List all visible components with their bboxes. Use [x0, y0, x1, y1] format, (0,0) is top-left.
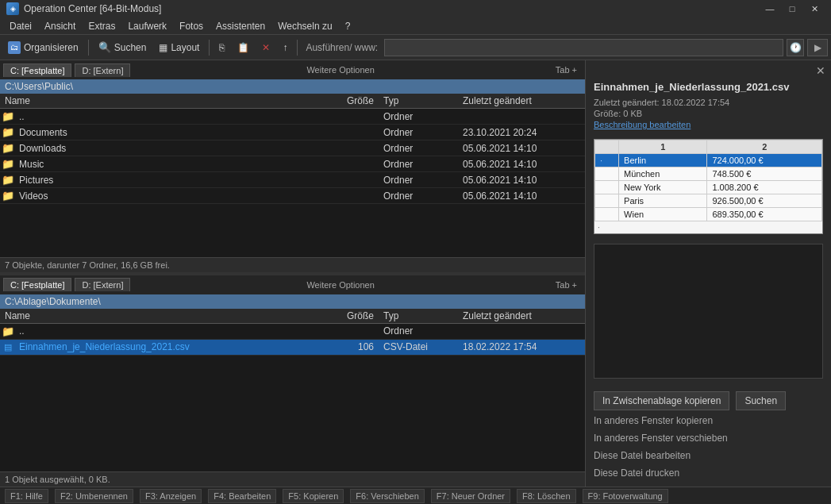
lower-file-row-csv[interactable]: ▤ Einnahmen_je_Niederlassung_2021.csv 10… [0, 340, 585, 356]
lower-col-date[interactable]: Zuletzt geändert [458, 309, 585, 323]
preview-table-row-paris[interactable]: Paris 926.500,00 € [595, 194, 822, 208]
upper-file-row-music[interactable]: 📁 Music Ordner 05.06.2021 14:10 [0, 156, 585, 172]
upper-col-size[interactable]: Größe [331, 94, 379, 108]
preview-table-container: 1 2 · Berlin 724.000,00 € München 748.50… [594, 139, 823, 234]
folder-icon: 📁 [0, 188, 16, 204]
preview-table-row-berlin[interactable]: · Berlin 724.000,00 € [595, 154, 822, 167]
lower-tab-c[interactable]: C: [Festplatte] [3, 278, 71, 291]
paste-button[interactable]: 📋 [233, 37, 254, 58]
organize-label: Organisieren [24, 42, 79, 53]
status-f5[interactable]: F5: Kopieren [283, 489, 344, 503]
main-content: C: [Festplatte] D: [Extern] Weitere Opti… [0, 60, 831, 487]
status-f8[interactable]: F8: Löschen [517, 489, 576, 503]
delete-button[interactable]: ✕ [257, 37, 275, 58]
menu-datei[interactable]: Datei [3, 19, 38, 33]
menu-wechseln[interactable]: Wechseln zu [271, 19, 338, 33]
preview-table-header-2: 2 [707, 140, 822, 154]
preview-table-row-newyork[interactable]: New York 1.008.200 € [595, 181, 822, 194]
preview-table-row-munich[interactable]: München 748.500 € [595, 167, 822, 181]
upper-file-row-pictures[interactable]: 📁 Pictures Ordner 05.06.2021 14:10 [0, 172, 585, 188]
upper-col-type[interactable]: Typ [379, 94, 458, 108]
copy-clipboard-button[interactable]: In Zwischenablage kopieren [594, 391, 729, 410]
address-label: Ausführen/ www: [302, 42, 381, 53]
title-bar: ◈ Operation Center [64-Bit-Modus] — □ ✕ [0, 0, 831, 17]
copy-button[interactable]: ⎘ [214, 37, 229, 58]
upper-file-date: 23.10.2021 20:24 [458, 127, 585, 138]
preview-table-cell: Berlin [619, 154, 707, 167]
address-input[interactable] [384, 39, 783, 56]
preview-close-button[interactable]: ✕ [814, 63, 828, 78]
minimize-button[interactable]: — [760, 2, 780, 16]
lower-panel-files: 📁 .. Ordner ▤ Einnahmen_je_Niederlassung… [0, 324, 585, 472]
preview-table-cell: 689.350,00 € [707, 208, 822, 221]
lower-tab-plus[interactable]: Tab + [551, 279, 582, 291]
up-icon: ↑ [283, 42, 287, 53]
upper-file-date: 05.06.2021 14:10 [458, 143, 585, 154]
upper-col-name[interactable]: Name [0, 94, 331, 108]
upper-file-name: Videos [16, 190, 331, 202]
print-file-link[interactable]: Diese Datei drucken [594, 466, 823, 480]
lower-col-size[interactable]: Größe [331, 309, 379, 323]
close-button[interactable]: ✕ [804, 2, 825, 16]
paste-icon: 📋 [237, 42, 249, 53]
upper-file-type: Ordner [379, 190, 458, 202]
upper-tab-c[interactable]: C: [Festplatte] [3, 63, 71, 77]
preview-table-dot [595, 167, 619, 181]
preview-desc-link[interactable]: Beschreibung bearbeiten [586, 120, 831, 136]
status-f1[interactable]: F1: Hilfe [5, 489, 48, 503]
toolbar-separator-2 [209, 40, 210, 56]
lower-col-type[interactable]: Typ [379, 309, 458, 323]
title-bar-left: ◈ Operation Center [64-Bit-Modus] [6, 2, 161, 15]
search-button[interactable]: 🔍 Suchen [94, 37, 152, 58]
preview-table-cell: Wien [619, 208, 707, 221]
menu-fotos[interactable]: Fotos [173, 19, 210, 33]
status-f2[interactable]: F2: Umbenennen [55, 489, 133, 503]
menu-extras[interactable]: Extras [82, 19, 121, 33]
status-f3[interactable]: F3: Anzeigen [140, 489, 202, 503]
lower-file-name: .. [16, 325, 331, 337]
history-button[interactable]: 🕐 [787, 39, 804, 56]
preview-table-dot [595, 181, 619, 194]
menu-help[interactable]: ? [339, 19, 357, 33]
lower-tab-d[interactable]: D: [Extern] [75, 278, 130, 291]
move-window-link[interactable]: In anderes Fenster verschieben [594, 431, 823, 445]
lower-col-name[interactable]: Name [0, 309, 331, 323]
search-button-preview[interactable]: Suchen [736, 391, 786, 410]
lower-file-row-parent[interactable]: 📁 .. Ordner [0, 324, 585, 340]
organize-button[interactable]: 🗂 Organisieren [3, 37, 83, 58]
copy-window-link[interactable]: In anderes Fenster kopieren [594, 414, 823, 428]
upper-file-date: 05.06.2021 14:10 [458, 159, 585, 170]
status-f6[interactable]: F6: Verschieben [350, 489, 425, 503]
upper-file-row-downloads[interactable]: 📁 Downloads Ordner 05.06.2021 14:10 [0, 140, 585, 156]
status-f9[interactable]: F9: Fotoverwaltung [583, 489, 668, 503]
upper-file-row-videos[interactable]: 📁 Videos Ordner 05.06.2021 14:10 [0, 188, 585, 204]
upper-tab-plus[interactable]: Tab + [551, 63, 582, 76]
preview-meta-size: Größe: 0 KB [586, 109, 831, 120]
menu-assistenten[interactable]: Assistenten [210, 19, 271, 33]
upper-panel-header: Name Größe Typ Zuletzt geändert [0, 94, 585, 109]
preview-table-row-wien[interactable]: Wien 689.350,00 € [595, 208, 822, 221]
upper-file-row-parent[interactable]: 📁 .. Ordner [0, 109, 585, 125]
up-button[interactable]: ↑ [278, 37, 292, 58]
panels-area: C: [Festplatte] D: [Extern] Weitere Opti… [0, 60, 585, 487]
upper-more-options[interactable]: Weitere Optionen [302, 63, 379, 76]
menu-laufwerk[interactable]: Laufwerk [121, 19, 173, 33]
csv-icon: ▤ [0, 339, 16, 355]
layout-button[interactable]: ▦ Layout [154, 37, 204, 58]
menu-ansicht[interactable]: Ansicht [38, 19, 82, 33]
lower-panel: C: [Festplatte] D: [Extern] Weitere Opti… [0, 275, 585, 487]
lower-panel-status: 1 Objekt ausgewählt, 0 KB. [0, 471, 585, 487]
upper-tab-d[interactable]: D: [Extern] [75, 63, 130, 77]
edit-file-link[interactable]: Diese Datei bearbeiten [594, 448, 823, 463]
upper-col-date[interactable]: Zuletzt geändert [458, 94, 585, 108]
delete-icon: ✕ [262, 42, 270, 53]
lower-panel-path: C:\Ablage\Dokumente\ [0, 294, 585, 309]
upper-file-row-documents[interactable]: 📁 Documents Ordner 23.10.2021 20:24 [0, 125, 585, 140]
folder-icon: 📁 [0, 324, 16, 340]
status-f4[interactable]: F4: Bearbeiten [208, 489, 276, 503]
maximize-button[interactable]: □ [782, 2, 802, 16]
go-button[interactable]: ▶ [807, 39, 828, 56]
status-f7[interactable]: F7: Neuer Ordner [431, 489, 510, 503]
lower-more-options[interactable]: Weitere Optionen [302, 279, 379, 291]
preview-image-area [594, 244, 823, 379]
